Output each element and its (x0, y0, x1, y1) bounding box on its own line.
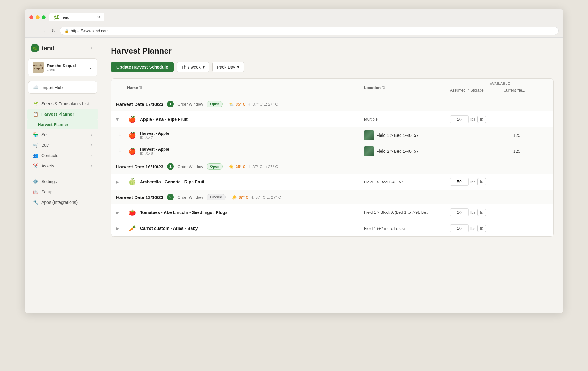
week-dropdown-button[interactable]: This week ▾ (177, 62, 209, 72)
qty-unit-tomatoes: lbs (470, 210, 476, 215)
expand-button-amberella[interactable]: ▶ (111, 179, 123, 184)
sidebar-item-label: Harvest Planner (38, 122, 68, 127)
close-window-button[interactable] (29, 15, 33, 19)
maximize-window-button[interactable] (42, 15, 46, 19)
sidebar-item-label: Harvest Planner (41, 112, 74, 117)
sidebar-item-sell[interactable]: 🏪 Sell › (27, 129, 98, 140)
pack-day-dropdown-button[interactable]: Pack Day ▾ (212, 62, 244, 72)
sort-icon[interactable]: ⇅ (139, 85, 142, 90)
current-yield-sub-147: 125 (495, 130, 538, 140)
qty-cell-carrot: lbs 🖩 (446, 222, 495, 235)
current-yield-tomatoes (495, 210, 538, 215)
svg-text:🌿: 🌿 (33, 46, 37, 51)
back-button[interactable]: ← (29, 28, 37, 34)
minimize-window-button[interactable] (36, 15, 40, 19)
temp-range-2: H: 37° C L: 27° C (248, 164, 278, 169)
harvest-date-title-1: Harvest Date 17/10/23 (116, 102, 163, 107)
qty-cell-tomatoes: lbs 🖩 (446, 206, 495, 219)
address-bar: ← → ↻ 🔒 https://www.tend.com (25, 24, 563, 38)
qty-input-carrot[interactable] (450, 224, 469, 232)
sub-produce-cell-147: 🍎 Harvest - Apple ID: #147 (123, 128, 360, 143)
sub-produce-info-147: Harvest - Apple ID: #147 (140, 131, 169, 139)
sidebar-toggle-button[interactable]: ← (90, 45, 95, 51)
window-controls (29, 15, 46, 19)
harvest-section-2: Harvest Date 16/10/23 1 Order Window Ope… (111, 159, 553, 190)
order-status-badge-1: Open (207, 101, 223, 107)
farm-name: Rancho Soquel (47, 63, 86, 68)
browser-tab[interactable]: 🌿 Tend ✕ (49, 13, 104, 21)
reload-button[interactable]: ↻ (50, 27, 57, 34)
produce-cell-carrot: 🥕 Carrot custom - Atlas - Baby (123, 221, 360, 236)
sidebar-item-settings[interactable]: ⚙️ Settings (27, 176, 98, 187)
chevron-right-icon: › (91, 143, 92, 147)
farm-avatar: RanchoSoquel (33, 62, 44, 73)
url-bar[interactable]: 🔒 https://www.tend.com (60, 27, 559, 35)
security-icon: 🔒 (64, 29, 69, 33)
expand-button-apple[interactable]: ▼ (111, 117, 123, 122)
sidebar-item-assets[interactable]: ✂️ Assets › (27, 161, 98, 171)
sidebar-logo: 🌿 tend ← (25, 44, 101, 58)
th-assumed: Assumed In Storage (446, 87, 500, 94)
qty-input-amberella[interactable] (450, 178, 469, 186)
farm-role: Owner (47, 68, 86, 72)
sidebar-item-setup[interactable]: 📖 Setup (27, 187, 98, 197)
sidebar-item-contacts[interactable]: 👥 Contacts › (27, 150, 98, 161)
expand-button-carrot[interactable]: ▶ (111, 226, 123, 231)
sidebar-item-label: Setup (41, 189, 53, 194)
qty-cell-sub-148 (446, 149, 495, 154)
calc-button-apple[interactable]: 🖩 (477, 116, 486, 123)
weather-info-2: ☀️ 35° C H: 37° C L: 27° C (229, 164, 278, 169)
location-cell-amberella: Field 1 > Bed 1-40, 57 (360, 177, 446, 187)
field-thumbnail-148 (364, 146, 374, 156)
order-status-badge-2: Open (207, 163, 223, 170)
th-name: Name ⇅ (123, 82, 360, 94)
farm-selector[interactable]: RanchoSoquel Rancho Soquel Owner ⌄ (28, 58, 97, 76)
weather-info-3: ☀️ 37° C H: 37° C L: 27° C (232, 195, 281, 200)
sub-produce-id-148: ID: #148 (140, 152, 169, 155)
qty-input-tomatoes[interactable] (450, 208, 469, 216)
forward-button[interactable]: → (40, 28, 47, 34)
sidebar-item-harvest-planner-sub[interactable]: Harvest Planner (27, 119, 98, 129)
th-available-label: AVAILABLE (446, 82, 553, 87)
update-harvest-schedule-button[interactable]: Update Harvest Schedule (111, 62, 174, 72)
browser-titlebar: 🌿 Tend ✕ + (25, 9, 563, 24)
sidebar-item-seeds[interactable]: 🌱 Seeds & Transplants List (27, 99, 98, 109)
sort-icon[interactable]: ⇅ (382, 85, 385, 90)
tend-logo-icon: 🌿 (31, 44, 39, 52)
location-cell-apple: Multiple (360, 114, 446, 124)
tab-close-button[interactable]: ✕ (97, 15, 100, 19)
main-content: Harvest Planner Update Harvest Schedule … (101, 38, 563, 313)
sidebar-item-apps[interactable]: 🔧 Apps (Integrations) (27, 197, 98, 208)
sidebar-item-buy[interactable]: 🛒 Buy › (27, 140, 98, 150)
qty-input-apple[interactable] (450, 115, 469, 123)
sub-location-148: Field 2 > Bed 1-40, 57 (360, 144, 446, 159)
weather-icon-3: ☀️ (232, 195, 237, 200)
harvest-date-header-2: Harvest Date 16/10/23 1 Order Window Ope… (111, 159, 553, 174)
week-dropdown-label: This week (181, 65, 201, 69)
sub-indent-icon: └ (111, 148, 123, 154)
import-hub-button[interactable]: ☁️ Import Hub (28, 81, 97, 94)
sidebar-item-harvest-planner[interactable]: 📋 Harvest Planner (27, 109, 98, 119)
order-window-label-3: Order Window (177, 195, 203, 200)
tab-favicon: 🌿 (54, 15, 59, 20)
expand-button-tomatoes[interactable]: ▶ (111, 210, 123, 215)
produce-cell-tomatoes: 🍅 Tomatoes - Abe Lincoln - Seedlings / P… (123, 205, 360, 220)
chevron-right-icon: › (91, 133, 92, 137)
apps-icon: 🔧 (33, 200, 38, 205)
harvest-count-badge-2: 1 (167, 163, 174, 170)
sub-produce-id-147: ID: #147 (140, 136, 169, 139)
qty-unit-apple: lbs (470, 117, 476, 122)
location-cell-carrot: Field 1 (+2 more fields) (360, 224, 446, 233)
sidebar-item-label: Buy (41, 143, 49, 148)
th-current: Current Yie... (500, 87, 554, 94)
calc-button-tomatoes[interactable]: 🖩 (477, 209, 486, 216)
nav-section-bottom: ⚙️ Settings 📖 Setup 🔧 Apps (Integrations… (25, 176, 101, 208)
order-window-label-1: Order Window (177, 102, 203, 107)
buy-icon: 🛒 (33, 143, 38, 148)
produce-name-carrot: Carrot custom - Atlas - Baby (140, 226, 198, 231)
new-tab-button[interactable]: + (106, 13, 113, 21)
apple-icon: 🍎 (127, 114, 137, 124)
calc-button-amberella[interactable]: 🖩 (477, 178, 486, 186)
apple-sub-icon-147: 🍎 (127, 130, 137, 140)
calc-button-carrot[interactable]: 🖩 (477, 225, 486, 232)
